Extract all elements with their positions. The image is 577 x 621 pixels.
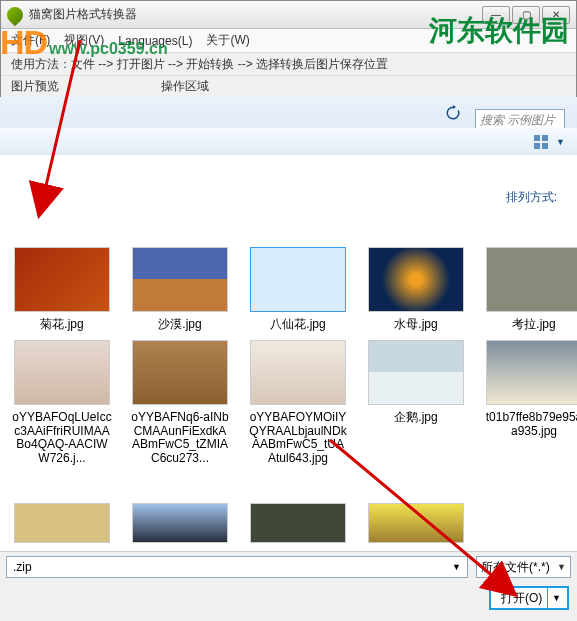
thumb-label: oYYBAFNq6-aINbCMAAunFiExdkAABmFwC5_tZMIA… — [130, 411, 230, 466]
thumbnail-image — [250, 340, 346, 405]
thumbnail-image — [132, 247, 228, 312]
filename-input[interactable]: .zip ▼ — [6, 556, 468, 578]
thumb-label: 八仙花.jpg — [248, 318, 348, 332]
app-window: 猫窝图片格式转换器 — ▢ ✕ 文件(F) 视图(V) Languages(L)… — [0, 0, 577, 100]
panel-line: 图片预览 操作区域 — [1, 75, 576, 97]
preview-label: 图片预览 — [11, 78, 161, 95]
app-icon — [4, 3, 27, 26]
menubar: 文件(F) 视图(V) Languages(L) 关于(W) — [1, 29, 576, 53]
thumb-label: oYYBAFOYMOiIYQYRAALbjaulNDkAABmFwC5_tUAA… — [248, 411, 348, 466]
thumb-label: 沙漠.jpg — [130, 318, 230, 332]
chevron-down-icon[interactable]: ▼ — [452, 562, 461, 572]
thumb-item[interactable]: 考拉.jpg — [486, 247, 577, 332]
thumbnail-image — [486, 247, 577, 312]
thumb-item[interactable]: 菊花.jpg — [14, 247, 110, 332]
thumb-item[interactable]: oYYBAFOqLUeIccc3AAiFfriRUIMAABo4QAQ-AACI… — [14, 340, 110, 466]
thumb-label: 水母.jpg — [366, 318, 466, 332]
menu-file[interactable]: 文件(F) — [11, 32, 50, 49]
thumb-label: 菊花.jpg — [12, 318, 112, 332]
thumbnail-image[interactable] — [14, 503, 110, 543]
thumb-item[interactable]: 沙漠.jpg — [132, 247, 228, 332]
filename-value: .zip — [13, 560, 32, 574]
menu-view[interactable]: 视图(V) — [64, 32, 104, 49]
svg-rect-1 — [542, 135, 548, 141]
refresh-icon[interactable] — [441, 103, 465, 123]
filetype-select[interactable]: 所有文件(*.*) ▼ — [476, 556, 571, 578]
thumbnail-area: 菊花.jpg 沙漠.jpg 八仙花.jpg 水母.jpg 考拉.jpg — [0, 247, 577, 547]
thumbnail-image[interactable] — [368, 503, 464, 543]
dialog-header: 搜索 示例图片 ▼ — [0, 97, 577, 155]
titlebar: 猫窝图片格式转换器 — ▢ ✕ — [1, 1, 576, 29]
svg-rect-0 — [534, 135, 540, 141]
maximize-button[interactable]: ▢ — [512, 6, 540, 24]
filetype-value: 所有文件(*.*) — [481, 559, 550, 576]
thumb-row-partial — [0, 503, 577, 545]
svg-rect-3 — [542, 143, 548, 149]
usage-line: 使用方法：文件 --> 打开图片 --> 开始转换 --> 选择转换后图片保存位… — [1, 53, 576, 75]
thumb-item[interactable]: 企鹅.jpg — [368, 340, 464, 466]
minimize-button[interactable]: — — [482, 6, 510, 24]
thumbnail-image — [486, 340, 577, 405]
thumbnail-image — [132, 340, 228, 405]
oparea-label: 操作区域 — [161, 78, 209, 95]
search-placeholder: 搜索 示例图片 — [480, 112, 555, 129]
thumb-label: 企鹅.jpg — [366, 411, 466, 425]
thumbnail-image — [14, 247, 110, 312]
menu-about[interactable]: 关于(W) — [206, 32, 249, 49]
chevron-down-icon: ▼ — [557, 562, 566, 572]
thumb-label: t01b7ffe8b79e95aa935.jpg — [484, 411, 577, 439]
sort-label[interactable]: 排列方式: — [506, 189, 557, 206]
menu-languages[interactable]: Languages(L) — [118, 34, 192, 48]
thumb-item[interactable]: t01b7ffe8b79e95aa935.jpg — [486, 340, 577, 466]
thumb-item[interactable]: oYYBAFNq6-aINbCMAAunFiExdkAABmFwC5_tZMIA… — [132, 340, 228, 466]
file-dialog: 搜索 示例图片 ▼ 排列方式: 菊花.jpg 沙漠.jpg 八仙花.jpg — [0, 97, 577, 621]
thumbnail-image — [368, 247, 464, 312]
thumbnail-image — [14, 340, 110, 405]
close-button[interactable]: ✕ — [542, 6, 570, 24]
svg-rect-2 — [534, 143, 540, 149]
thumbnail-image[interactable] — [250, 503, 346, 543]
thumb-label: 考拉.jpg — [484, 318, 577, 332]
open-button-label: 打开(O) — [501, 590, 542, 607]
thumb-item[interactable]: oYYBAFOYMOiIYQYRAALbjaulNDkAABmFwC5_tUAA… — [250, 340, 346, 466]
thumb-label: oYYBAFOqLUeIccc3AAiFfriRUIMAABo4QAQ-AACI… — [12, 411, 112, 466]
dialog-footer: .zip ▼ 所有文件(*.*) ▼ 打开(O) ▼ — [0, 551, 577, 621]
thumbnail-image[interactable] — [132, 503, 228, 543]
thumbnail-image — [368, 340, 464, 405]
titlebar-title: 猫窝图片格式转换器 — [29, 6, 482, 23]
thumbnail-image — [250, 247, 346, 312]
thumb-item-selected[interactable]: 八仙花.jpg — [250, 247, 346, 332]
view-mode-button[interactable]: ▼ — [534, 135, 565, 149]
open-button[interactable]: 打开(O) ▼ — [489, 586, 569, 610]
thumb-item[interactable]: 水母.jpg — [368, 247, 464, 332]
open-dropdown-icon[interactable]: ▼ — [547, 588, 565, 608]
